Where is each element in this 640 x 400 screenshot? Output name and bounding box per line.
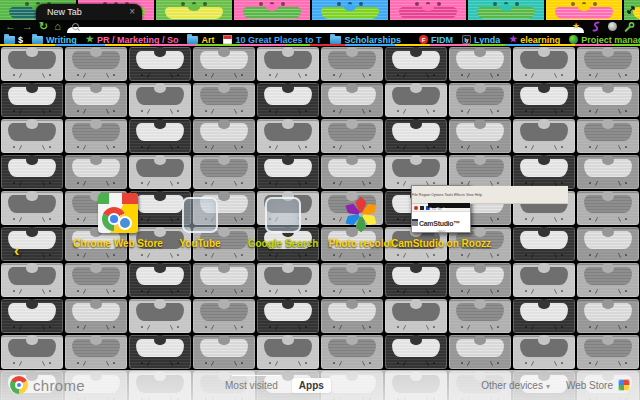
bookmark-item[interactable]: Scholarships	[330, 35, 401, 45]
tick-mark	[402, 73, 405, 78]
bookmark-item[interactable]: ★PR / Marketing / So	[86, 35, 179, 45]
tick-mark	[274, 253, 277, 258]
sunglasses-shape	[8, 51, 56, 70]
tick-mark	[274, 145, 277, 150]
cassette-tile	[65, 263, 127, 297]
cassette-tile	[65, 155, 127, 189]
cassette-tile	[385, 119, 447, 153]
bookmark-item[interactable]: 10 Great Places to T	[223, 35, 321, 45]
cassette-tile	[193, 119, 255, 153]
cassette-tile	[449, 119, 511, 153]
app-placeholder-icon	[182, 197, 218, 233]
tick-mark	[274, 73, 277, 78]
tab-most-visited[interactable]: Most visited	[225, 380, 278, 391]
tick-mark	[274, 289, 277, 294]
cassette-tile	[321, 299, 383, 333]
cassette-tile	[1, 47, 63, 81]
tick-mark	[274, 181, 277, 186]
bookmark-label: 10 Great Places to T	[235, 35, 321, 45]
sunglasses-shape	[264, 159, 312, 178]
sunglasses-shape	[392, 51, 440, 70]
sunglasses-shape	[72, 87, 120, 106]
tick-mark	[618, 109, 621, 114]
tick-mark	[338, 145, 341, 150]
tick-mark	[106, 361, 109, 366]
other-devices-menu[interactable]: Other devices▾	[481, 380, 550, 391]
omnibox-wrap: ★	[67, 21, 584, 32]
cassette-tile	[257, 155, 319, 189]
cassette-tile	[449, 47, 511, 81]
tick-mark	[530, 73, 533, 78]
theme-cassette	[546, 0, 622, 20]
forward-icon[interactable]: →	[22, 21, 33, 32]
web-store-link[interactable]: Web Store	[566, 379, 630, 391]
app-shortcut[interactable]: File Region Options Tools Effects View H…	[386, 191, 496, 251]
theme-cassette	[390, 0, 466, 20]
cassette-tile	[385, 263, 447, 297]
tick-mark	[210, 109, 213, 114]
tick-mark	[530, 109, 533, 114]
tick-mark	[298, 325, 301, 330]
tick-mark	[618, 73, 621, 78]
bookmark-star-icon[interactable]: ★	[572, 21, 580, 32]
app-label: YouTube	[179, 238, 220, 249]
bookmark-item[interactable]: Project management	[569, 35, 640, 45]
chrome-brand: chrome	[10, 376, 85, 394]
record-dot	[414, 206, 418, 210]
cassette-tile	[257, 83, 319, 117]
tick-mark	[170, 253, 173, 258]
sunglasses-shape	[136, 303, 184, 322]
cassette-tile	[513, 83, 575, 117]
page-switch-left-icon[interactable]: ‹	[14, 244, 19, 258]
tick-mark	[466, 325, 469, 330]
cassette-tile	[577, 335, 639, 369]
sunglasses-shape	[520, 339, 568, 358]
tab-apps[interactable]: Apps	[292, 378, 331, 393]
sunglasses-shape	[456, 303, 504, 322]
tick-mark	[210, 73, 213, 78]
tick-mark	[82, 289, 85, 294]
tab-new-tab[interactable]: New Tab ×	[36, 4, 142, 20]
bookmark-item[interactable]: lyLynda	[462, 35, 500, 45]
bookmark-item[interactable]: Writing	[32, 35, 77, 45]
bookmarks-bar: $Writing★PR / Marketing / SoArt10 Great …	[0, 33, 640, 46]
tick-mark	[594, 145, 597, 150]
cassette-tile	[321, 263, 383, 297]
cassette-tile	[385, 155, 447, 189]
tick-mark	[42, 289, 45, 294]
cassette-tile	[1, 227, 63, 261]
tick-mark	[490, 109, 493, 114]
sunglasses-shape	[584, 231, 632, 250]
sunglasses-shape	[200, 123, 248, 142]
extension-icon-purple[interactable]	[590, 21, 601, 32]
extension-icon-record[interactable]	[607, 21, 618, 32]
bag-lid	[98, 193, 138, 204]
tick-mark	[18, 109, 21, 114]
tab-close-icon[interactable]: ×	[129, 7, 142, 17]
sunglasses-shape	[392, 159, 440, 178]
back-icon[interactable]: ←	[5, 21, 16, 32]
bookmark-item[interactable]: FFIDM	[419, 35, 453, 45]
cassette-tile	[321, 83, 383, 117]
wrench-menu-icon[interactable]	[624, 21, 635, 32]
home-icon[interactable]: ⌂	[54, 21, 61, 32]
star-green-icon: ★	[86, 35, 94, 44]
reload-icon[interactable]: ↻	[39, 21, 48, 32]
bookmark-item[interactable]: Art	[187, 35, 214, 45]
cassette-tile	[65, 119, 127, 153]
bookmark-item[interactable]: $	[4, 35, 23, 45]
tick-mark	[106, 253, 109, 258]
tick-mark	[554, 73, 557, 78]
bookmark-item[interactable]: ★elearning	[509, 35, 560, 45]
tick-mark	[362, 145, 365, 150]
cassette-tile	[449, 335, 511, 369]
folder-icon	[32, 36, 43, 44]
sunglasses-shape	[72, 51, 120, 70]
tick-mark	[490, 361, 493, 366]
tick-mark	[106, 325, 109, 330]
tick-mark	[490, 253, 493, 258]
sunglasses-shape	[456, 339, 504, 358]
sunglasses-shape	[520, 267, 568, 286]
tick-mark	[298, 253, 301, 258]
tick-mark	[82, 145, 85, 150]
